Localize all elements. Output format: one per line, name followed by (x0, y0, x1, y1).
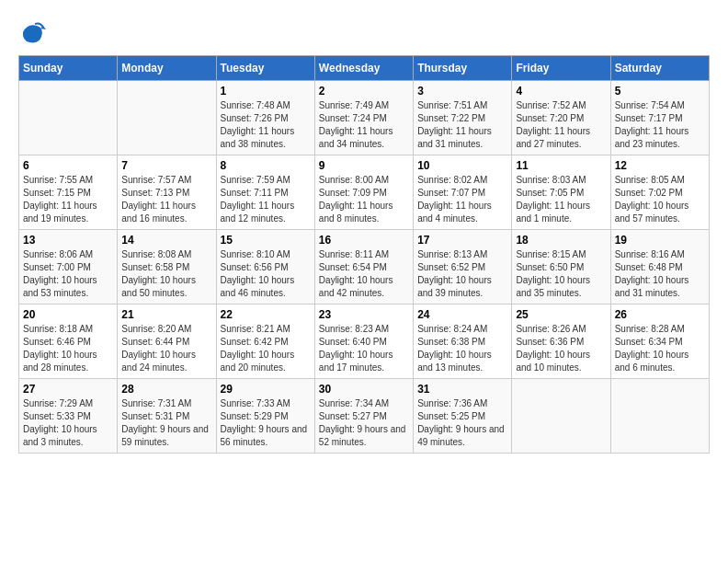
day-number: 4 (516, 85, 606, 98)
calendar-cell: 26Sunrise: 8:28 AMSunset: 6:34 PMDayligh… (610, 304, 709, 379)
calendar-cell (118, 81, 216, 155)
day-number: 24 (417, 308, 507, 321)
day-info: Sunrise: 7:52 AMSunset: 7:20 PMDaylight:… (516, 99, 606, 151)
day-info: Sunrise: 7:33 AMSunset: 5:29 PMDaylight:… (221, 397, 311, 449)
calendar-cell: 11Sunrise: 8:03 AMSunset: 7:05 PMDayligh… (512, 155, 610, 230)
day-info: Sunrise: 7:54 AMSunset: 7:17 PMDaylight:… (615, 99, 705, 151)
day-info: Sunrise: 7:34 AMSunset: 5:27 PMDaylight:… (319, 397, 409, 449)
day-info: Sunrise: 7:55 AMSunset: 7:15 PMDaylight:… (23, 174, 113, 225)
day-info: Sunrise: 7:48 AMSunset: 7:26 PMDaylight:… (221, 99, 311, 151)
calendar-cell: 20Sunrise: 8:18 AMSunset: 6:46 PMDayligh… (19, 304, 118, 379)
day-number: 2 (319, 85, 409, 98)
calendar-cell: 31Sunrise: 7:36 AMSunset: 5:25 PMDayligh… (414, 379, 512, 454)
day-info: Sunrise: 8:13 AMSunset: 6:52 PMDaylight:… (417, 248, 507, 300)
day-number: 14 (121, 234, 211, 247)
day-number: 21 (121, 308, 211, 321)
day-info: Sunrise: 7:57 AMSunset: 7:13 PMDaylight:… (121, 174, 211, 225)
calendar-cell: 22Sunrise: 8:21 AMSunset: 6:42 PMDayligh… (216, 304, 314, 379)
calendar-cell: 28Sunrise: 7:31 AMSunset: 5:31 PMDayligh… (118, 379, 216, 454)
calendar-cell: 2Sunrise: 7:49 AMSunset: 7:24 PMDaylight… (314, 81, 413, 155)
day-number: 13 (23, 234, 113, 247)
day-number: 27 (23, 383, 113, 396)
calendar-week-row: 13Sunrise: 8:06 AMSunset: 7:00 PMDayligh… (19, 230, 710, 304)
calendar-cell: 24Sunrise: 8:24 AMSunset: 6:38 PMDayligh… (414, 304, 512, 379)
day-info: Sunrise: 8:08 AMSunset: 6:58 PMDaylight:… (121, 248, 211, 300)
day-number: 23 (319, 308, 409, 321)
day-number: 11 (516, 159, 606, 172)
day-info: Sunrise: 8:15 AMSunset: 6:50 PMDaylight:… (516, 248, 606, 300)
day-number: 12 (615, 159, 705, 172)
column-header-thursday: Thursday (414, 56, 512, 81)
day-number: 15 (221, 234, 311, 247)
day-number: 20 (23, 308, 113, 321)
day-info: Sunrise: 7:59 AMSunset: 7:11 PMDaylight:… (221, 174, 311, 225)
day-number: 5 (615, 85, 705, 98)
column-header-tuesday: Tuesday (216, 56, 314, 81)
calendar-cell: 6Sunrise: 7:55 AMSunset: 7:15 PMDaylight… (19, 155, 118, 230)
calendar-cell: 21Sunrise: 8:20 AMSunset: 6:44 PMDayligh… (118, 304, 216, 379)
day-info: Sunrise: 8:20 AMSunset: 6:44 PMDaylight:… (121, 323, 211, 374)
day-number: 18 (516, 234, 606, 247)
calendar-cell (610, 379, 709, 454)
calendar-cell: 4Sunrise: 7:52 AMSunset: 7:20 PMDaylight… (512, 81, 610, 155)
day-number: 3 (417, 85, 507, 98)
day-number: 7 (121, 159, 211, 172)
day-info: Sunrise: 8:16 AMSunset: 6:48 PMDaylight:… (615, 248, 705, 300)
calendar-cell: 30Sunrise: 7:34 AMSunset: 5:27 PMDayligh… (314, 379, 413, 454)
day-number: 6 (23, 159, 113, 172)
column-header-saturday: Saturday (610, 56, 709, 81)
day-number: 22 (221, 308, 311, 321)
day-number: 29 (221, 383, 311, 396)
calendar-cell: 5Sunrise: 7:54 AMSunset: 7:17 PMDaylight… (610, 81, 709, 155)
calendar-table: SundayMondayTuesdayWednesdayThursdayFrid… (18, 55, 710, 454)
calendar-week-row: 27Sunrise: 7:29 AMSunset: 5:33 PMDayligh… (19, 379, 710, 454)
calendar-cell: 23Sunrise: 8:23 AMSunset: 6:40 PMDayligh… (314, 304, 413, 379)
calendar-cell: 3Sunrise: 7:51 AMSunset: 7:22 PMDaylight… (414, 81, 512, 155)
day-info: Sunrise: 7:29 AMSunset: 5:33 PMDaylight:… (23, 397, 113, 449)
day-info: Sunrise: 8:24 AMSunset: 6:38 PMDaylight:… (417, 323, 507, 374)
day-number: 10 (417, 159, 507, 172)
day-number: 30 (319, 383, 409, 396)
day-number: 1 (221, 85, 311, 98)
calendar-page: SundayMondayTuesdayWednesdayThursdayFrid… (0, 0, 728, 472)
day-info: Sunrise: 8:18 AMSunset: 6:46 PMDaylight:… (23, 323, 113, 374)
day-info: Sunrise: 8:10 AMSunset: 6:56 PMDaylight:… (221, 248, 311, 300)
column-header-monday: Monday (118, 56, 216, 81)
day-info: Sunrise: 7:36 AMSunset: 5:25 PMDaylight:… (417, 397, 507, 449)
day-number: 9 (319, 159, 409, 172)
day-number: 8 (221, 159, 311, 172)
day-info: Sunrise: 8:03 AMSunset: 7:05 PMDaylight:… (516, 174, 606, 225)
header (18, 18, 710, 46)
calendar-week-row: 20Sunrise: 8:18 AMSunset: 6:46 PMDayligh… (19, 304, 710, 379)
day-number: 31 (417, 383, 507, 396)
calendar-cell: 14Sunrise: 8:08 AMSunset: 6:58 PMDayligh… (118, 230, 216, 304)
calendar-cell: 25Sunrise: 8:26 AMSunset: 6:36 PMDayligh… (512, 304, 610, 379)
calendar-cell: 1Sunrise: 7:48 AMSunset: 7:26 PMDaylight… (216, 81, 314, 155)
day-info: Sunrise: 8:23 AMSunset: 6:40 PMDaylight:… (319, 323, 409, 374)
calendar-cell: 10Sunrise: 8:02 AMSunset: 7:07 PMDayligh… (414, 155, 512, 230)
column-header-wednesday: Wednesday (314, 56, 413, 81)
calendar-cell: 18Sunrise: 8:15 AMSunset: 6:50 PMDayligh… (512, 230, 610, 304)
calendar-cell: 29Sunrise: 7:33 AMSunset: 5:29 PMDayligh… (216, 379, 314, 454)
day-info: Sunrise: 8:02 AMSunset: 7:07 PMDaylight:… (417, 174, 507, 225)
calendar-cell: 15Sunrise: 8:10 AMSunset: 6:56 PMDayligh… (216, 230, 314, 304)
day-number: 16 (319, 234, 409, 247)
calendar-cell: 7Sunrise: 7:57 AMSunset: 7:13 PMDaylight… (118, 155, 216, 230)
day-info: Sunrise: 8:21 AMSunset: 6:42 PMDaylight:… (221, 323, 311, 374)
calendar-cell (512, 379, 610, 454)
calendar-cell: 16Sunrise: 8:11 AMSunset: 6:54 PMDayligh… (314, 230, 413, 304)
day-number: 17 (417, 234, 507, 247)
day-info: Sunrise: 7:51 AMSunset: 7:22 PMDaylight:… (417, 99, 507, 151)
calendar-cell: 17Sunrise: 8:13 AMSunset: 6:52 PMDayligh… (414, 230, 512, 304)
calendar-cell: 12Sunrise: 8:05 AMSunset: 7:02 PMDayligh… (610, 155, 709, 230)
header-row: SundayMondayTuesdayWednesdayThursdayFrid… (19, 56, 710, 81)
calendar-cell (19, 81, 118, 155)
calendar-cell: 27Sunrise: 7:29 AMSunset: 5:33 PMDayligh… (19, 379, 118, 454)
day-number: 28 (121, 383, 211, 396)
day-info: Sunrise: 7:31 AMSunset: 5:31 PMDaylight:… (121, 397, 211, 449)
calendar-cell: 13Sunrise: 8:06 AMSunset: 7:00 PMDayligh… (19, 230, 118, 304)
day-info: Sunrise: 8:06 AMSunset: 7:00 PMDaylight:… (23, 248, 113, 300)
logo (18, 18, 50, 46)
column-header-friday: Friday (512, 56, 610, 81)
column-header-sunday: Sunday (19, 56, 118, 81)
